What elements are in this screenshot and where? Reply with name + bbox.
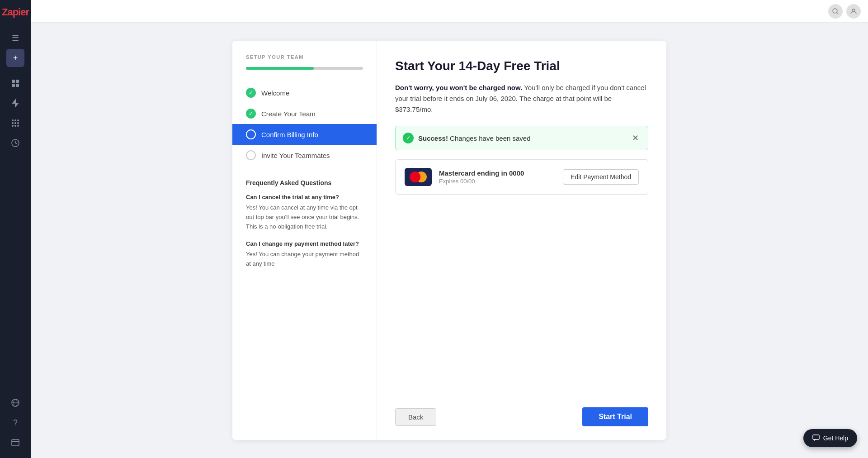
success-banner: ✓ Success! Changes have been saved ✕ — [395, 126, 648, 150]
payment-expires: Expires 00/00 — [439, 178, 556, 185]
lightning-icon[interactable] — [6, 94, 24, 112]
step-active-dot — [246, 129, 256, 139]
top-bar — [31, 0, 868, 23]
apps-icon[interactable] — [6, 114, 24, 132]
faq-title: Frequently Asked Questions — [246, 179, 363, 186]
setup-label: SETUP YOUR TEAM — [232, 54, 377, 60]
main-content: SETUP YOUR TEAM ✓ Welcome ✓ Create Your … — [31, 0, 868, 458]
faq-question-2: Can I change my payment method later? — [246, 240, 363, 247]
chat-icon — [812, 434, 820, 442]
step-check-icon: ✓ — [246, 88, 256, 98]
payment-card-name: Mastercard ending in 0000 — [439, 169, 556, 177]
step-invite-teammates-label: Invite Your Teammates — [261, 152, 330, 159]
search-icon[interactable] — [828, 4, 843, 19]
left-panel: SETUP YOUR TEAM ✓ Welcome ✓ Create Your … — [232, 41, 377, 440]
svg-point-7 — [17, 119, 19, 121]
svg-point-11 — [12, 125, 14, 127]
bottom-actions: Back Start Trial — [395, 394, 648, 426]
payment-card: Mastercard ending in 0000 Expires 00/00 … — [395, 159, 648, 195]
success-icon: ✓ — [403, 133, 414, 143]
billing-icon[interactable] — [6, 434, 24, 452]
svg-rect-1 — [16, 80, 19, 83]
svg-rect-2 — [12, 84, 15, 87]
trial-heading: Start Your 14-Day Free Trial — [395, 59, 648, 73]
menu-icon[interactable]: ☰ — [6, 29, 24, 47]
success-rest: Changes have been saved — [448, 134, 531, 142]
svg-point-12 — [14, 125, 16, 127]
step-confirm-billing[interactable]: Confirm Billing Info — [232, 124, 377, 145]
trial-description-bold: Don't worry, you won't be charged now. — [395, 84, 522, 91]
mc-circle-left — [410, 172, 420, 182]
svg-rect-3 — [16, 84, 19, 87]
help-icon[interactable]: ? — [6, 414, 24, 432]
edit-payment-button[interactable]: Edit Payment Method — [563, 169, 639, 185]
setup-container: SETUP YOUR TEAM ✓ Welcome ✓ Create Your … — [232, 41, 666, 440]
progress-bar — [232, 67, 377, 70]
add-button[interactable]: + — [6, 49, 24, 67]
page-body: SETUP YOUR TEAM ✓ Welcome ✓ Create Your … — [31, 23, 868, 458]
trial-description: Don't worry, you won't be charged now. Y… — [395, 82, 648, 115]
svg-marker-4 — [12, 99, 19, 108]
mastercard-logo — [405, 168, 432, 186]
faq-section: Frequently Asked Questions Can I cancel … — [232, 166, 377, 269]
step-pending-dot — [246, 150, 256, 160]
svg-point-10 — [17, 122, 19, 124]
svg-point-5 — [12, 119, 14, 121]
step-welcome-label: Welcome — [261, 89, 289, 97]
step-create-team-label: Create Your Team — [261, 110, 316, 118]
sidebar: Zapier ☰ + — [0, 0, 31, 458]
success-bold: Success! — [418, 134, 448, 142]
right-panel: Start Your 14-Day Free Trial Don't worry… — [377, 41, 666, 440]
progress-bar-fill — [246, 67, 314, 70]
chat-help-button[interactable]: Get Help — [803, 429, 857, 447]
user-avatar[interactable] — [846, 4, 861, 19]
back-button[interactable]: Back — [395, 408, 436, 426]
step-confirm-billing-label: Confirm Billing Info — [261, 131, 318, 138]
step-create-team[interactable]: ✓ Create Your Team — [232, 103, 377, 124]
step-welcome[interactable]: ✓ Welcome — [232, 82, 377, 103]
close-banner-button[interactable]: ✕ — [630, 133, 641, 143]
svg-point-9 — [14, 122, 16, 124]
svg-point-13 — [17, 125, 19, 127]
svg-point-22 — [833, 9, 837, 13]
svg-point-8 — [12, 122, 14, 124]
faq-answer-2: Yes! You can change your payment method … — [246, 250, 363, 269]
start-trial-button[interactable]: Start Trial — [582, 407, 648, 426]
svg-point-24 — [852, 9, 855, 12]
svg-rect-20 — [12, 439, 19, 446]
payment-info: Mastercard ending in 0000 Expires 00/00 — [439, 169, 556, 185]
dashboard-icon[interactable] — [6, 74, 24, 92]
clock-icon[interactable] — [6, 134, 24, 152]
svg-rect-0 — [12, 80, 15, 83]
svg-point-6 — [14, 119, 16, 121]
svg-rect-25 — [813, 435, 819, 439]
svg-line-16 — [15, 143, 17, 144]
chat-help-label: Get Help — [823, 434, 848, 442]
success-text: Success! Changes have been saved — [418, 134, 531, 142]
svg-rect-21 — [12, 441, 19, 442]
step-check-icon: ✓ — [246, 109, 256, 119]
step-invite-teammates[interactable]: Invite Your Teammates — [232, 145, 377, 166]
app-logo: Zapier — [0, 5, 33, 20]
svg-line-23 — [837, 13, 838, 14]
success-banner-content: ✓ Success! Changes have been saved — [403, 133, 531, 143]
faq-answer-1: Yes! You can cancel at any time via the … — [246, 203, 363, 231]
globe-icon[interactable] — [6, 394, 24, 412]
faq-question-1: Can I cancel the trial at any time? — [246, 194, 363, 200]
